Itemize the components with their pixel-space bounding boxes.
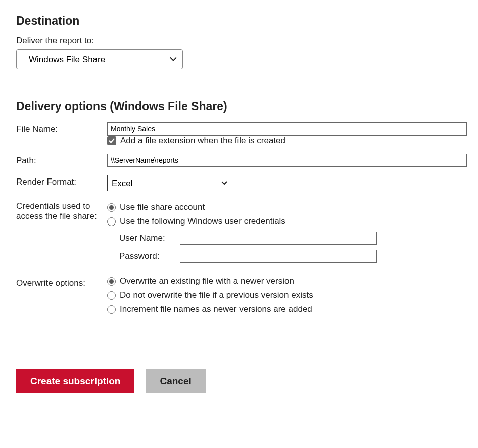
credentials-radio-windows-creds[interactable]: Use the following Windows user credentia… xyxy=(107,216,467,227)
destination-select-wrap: Windows File Share xyxy=(16,49,183,69)
overwrite-radio-no-overwrite[interactable]: Do not overwrite the file if a previous … xyxy=(107,290,467,300)
overwrite-option-label: Increment file names as newer versions a… xyxy=(120,304,312,315)
path-label: Path: xyxy=(16,154,107,166)
delivery-options-heading: Delivery options (Windows File Share) xyxy=(16,100,462,113)
credentials-option-label: Use file share account xyxy=(120,202,205,212)
overwrite-label: Overwrite options: xyxy=(16,276,107,288)
destination-heading: Destination xyxy=(16,14,462,28)
overwrite-option-label: Do not overwrite the file if a previous … xyxy=(120,290,313,300)
overwrite-radio-increment[interactable]: Increment file names as newer versions a… xyxy=(107,304,467,315)
add-extension-checkbox-row[interactable]: Add a file extension when the file is cr… xyxy=(107,136,467,146)
radio-unselected-icon xyxy=(107,305,116,314)
overwrite-option-label: Overwrite an existing file with a newer … xyxy=(120,276,294,286)
cancel-button[interactable]: Cancel xyxy=(146,369,205,393)
radio-selected-icon xyxy=(107,277,116,286)
credentials-option-label: Use the following Windows user credentia… xyxy=(120,216,285,227)
radio-unselected-icon xyxy=(107,217,116,226)
checkbox-checked-icon xyxy=(107,136,116,145)
credentials-radio-share-account[interactable]: Use file share account xyxy=(107,202,467,212)
credentials-label: Credentials used to access the file shar… xyxy=(16,199,107,221)
deliver-to-label: Deliver the report to: xyxy=(16,36,462,46)
add-extension-label: Add a file extension when the file is cr… xyxy=(120,136,285,146)
password-input[interactable] xyxy=(180,250,377,263)
destination-select[interactable]: Windows File Share xyxy=(16,49,183,69)
user-name-label: User Name: xyxy=(119,233,175,243)
file-name-input[interactable] xyxy=(107,122,467,136)
radio-selected-icon xyxy=(107,203,116,212)
render-format-label: Render Format: xyxy=(16,175,107,187)
create-subscription-button[interactable]: Create subscription xyxy=(16,369,134,393)
path-input[interactable] xyxy=(107,154,467,167)
radio-unselected-icon xyxy=(107,291,116,300)
render-format-select[interactable]: Excel xyxy=(107,175,233,191)
user-name-input[interactable] xyxy=(180,232,377,245)
overwrite-radio-overwrite[interactable]: Overwrite an existing file with a newer … xyxy=(107,276,467,286)
password-label: Password: xyxy=(119,251,175,261)
file-name-label: File Name: xyxy=(16,122,107,135)
render-format-select-wrap: Excel xyxy=(107,175,233,191)
